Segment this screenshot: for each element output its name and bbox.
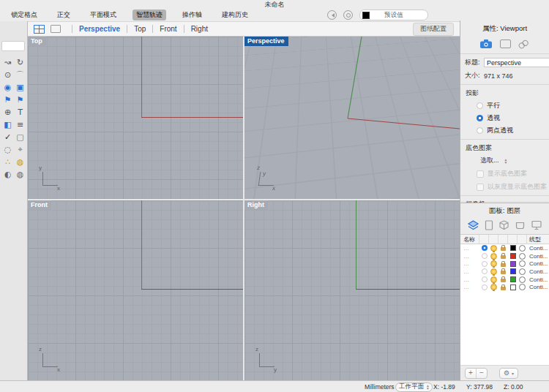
radio-selected-icon[interactable] <box>477 115 483 121</box>
arc-tool-icon[interactable]: ⌒ <box>14 69 26 81</box>
radio-two-point-perspective[interactable]: 两点透视 <box>477 126 549 135</box>
layer-linetype[interactable]: Conti... <box>527 268 549 275</box>
spotlight-tool-icon[interactable]: ⌖ <box>14 143 26 156</box>
bulb-tool-icon[interactable]: ◍ <box>14 156 26 168</box>
page-panel-icon[interactable] <box>485 220 493 230</box>
layer-row[interactable]: … Conti... <box>460 268 549 276</box>
layer-visibility-bulb-icon[interactable] <box>490 260 497 267</box>
display-panel-icon[interactable] <box>531 220 542 230</box>
current-column-header[interactable] <box>479 235 489 244</box>
radio-perspective[interactable]: 透视 <box>477 113 549 123</box>
layer-row[interactable]: … Conti... <box>460 244 549 252</box>
layer-linetype[interactable]: Conti... <box>527 284 549 290</box>
layer-visibility-bulb-icon[interactable] <box>490 284 497 290</box>
layer-name[interactable]: … <box>460 268 479 275</box>
box-tool-icon[interactable]: ▢ <box>14 131 26 143</box>
layer-options-button[interactable]: ⚙ ▾ <box>499 368 518 379</box>
four-viewports-icon[interactable] <box>34 25 45 34</box>
layer-row[interactable]: … Conti... <box>460 276 549 284</box>
viewport-right-label[interactable]: Right <box>244 200 268 210</box>
layer-material-icon[interactable] <box>519 260 526 267</box>
current-layer-radio[interactable] <box>482 268 488 274</box>
current-layer-radio[interactable] <box>482 261 488 267</box>
tray-panel-icon[interactable] <box>515 220 526 230</box>
tab-front[interactable]: Front <box>160 25 176 33</box>
check-tool-icon[interactable]: ✓ <box>1 131 14 143</box>
layer-lock-icon[interactable] <box>501 255 506 259</box>
current-layer-radio[interactable] <box>482 276 488 282</box>
sidebar-search-input[interactable] <box>1 41 25 51</box>
target-circle-icon[interactable] <box>343 10 353 20</box>
gumball-tool-icon[interactable]: ⊕ <box>1 106 14 118</box>
layer-lock-icon[interactable] <box>501 263 506 267</box>
points-tool-icon[interactable]: ∴ <box>1 156 14 168</box>
layer-linetype[interactable]: Conti... <box>527 253 549 260</box>
layer-visibility-bulb-icon[interactable] <box>490 276 497 283</box>
layer-material-icon[interactable] <box>519 253 526 260</box>
layer-name[interactable]: … <box>460 253 479 260</box>
layout-config-button[interactable]: 图纸配置 <box>413 23 454 36</box>
viewport-front-label[interactable]: Front <box>28 200 51 210</box>
toolbar-planar-button[interactable]: 平面模式 <box>86 10 120 20</box>
viewport-top-label[interactable]: Top <box>28 37 46 46</box>
radio-icon[interactable] <box>477 127 483 134</box>
layer-name[interactable]: … <box>460 284 479 290</box>
flag-tool-icon[interactable]: ⚑ <box>1 94 14 106</box>
layer-material-icon[interactable] <box>519 245 526 252</box>
viewport-top[interactable]: Top y x <box>28 37 243 199</box>
layer-lock-icon[interactable] <box>501 287 506 290</box>
remove-layer-button[interactable]: − <box>477 369 487 378</box>
toolbar-smarttrack-button[interactable]: 智慧轨迹 <box>132 10 166 20</box>
text-tool-icon[interactable]: T <box>14 106 26 118</box>
radio-icon[interactable] <box>477 102 483 109</box>
circle-tool-icon[interactable]: ⊙ <box>1 69 14 81</box>
current-layer-radio[interactable] <box>482 245 488 251</box>
wallpaper-select[interactable]: 选取... ▴▾ <box>480 156 549 165</box>
tab-perspective[interactable]: Perspective <box>79 25 120 33</box>
material-column-header[interactable] <box>518 235 527 244</box>
layer-name[interactable]: … <box>460 276 479 283</box>
layer-material-icon[interactable] <box>519 284 526 290</box>
toolbar-grid-snap-button[interactable]: 锁定格点 <box>7 10 41 20</box>
layer-linetype[interactable]: Conti... <box>527 260 549 267</box>
cube-panel-icon[interactable] <box>498 220 509 230</box>
layer-visibility-bulb-icon[interactable] <box>490 268 497 275</box>
name-column-header[interactable]: 名称 <box>460 235 479 244</box>
layer-material-icon[interactable] <box>519 276 526 283</box>
layer-visibility-bulb-icon[interactable] <box>490 253 497 260</box>
layer-color-swatch[interactable] <box>510 276 516 282</box>
visibility-column-header[interactable] <box>489 235 498 244</box>
link-icon[interactable] <box>517 37 531 50</box>
tab-top[interactable]: Top <box>134 25 146 33</box>
display-mode-icon[interactable] <box>500 39 511 48</box>
sphere-shaded-icon[interactable]: ◐ <box>1 168 14 181</box>
layers-panel-icon[interactable] <box>467 220 479 230</box>
rotate-icon[interactable]: ↻ <box>14 56 26 69</box>
layer-visibility-bulb-icon[interactable] <box>490 245 497 252</box>
layer-material-icon[interactable] <box>519 268 526 275</box>
viewport-right[interactable]: Right z y <box>244 200 460 380</box>
layer-color-swatch[interactable] <box>510 261 516 267</box>
preset-button[interactable]: 预设值 <box>359 10 428 20</box>
checkbox-icon[interactable] <box>477 170 484 178</box>
checkbox-show-wallpaper[interactable]: 显示底色图案 <box>477 169 549 178</box>
back-circle-icon[interactable] <box>327 10 337 20</box>
layer-row[interactable]: … Conti... <box>460 260 549 268</box>
add-layer-button[interactable]: + <box>466 369 477 378</box>
toolbar-gumball-button[interactable]: 操作轴 <box>179 10 206 20</box>
layer-name[interactable]: … <box>460 245 479 252</box>
checkbox-grayscale-wallpaper[interactable]: 以灰度显示底色图案 <box>477 182 549 192</box>
current-layer-radio[interactable] <box>482 253 488 259</box>
cplane-selector[interactable]: 工作平面 ▴▾ <box>395 382 433 392</box>
layer-row[interactable]: … Conti... <box>460 283 549 291</box>
camera-icon[interactable] <box>479 39 493 49</box>
viewport-perspective[interactable]: Perspective z y x <box>244 37 460 199</box>
solid-cube-icon[interactable]: ◧ <box>1 118 14 131</box>
curve-points-icon[interactable]: ↝ <box>1 56 14 69</box>
single-viewport-icon[interactable] <box>51 25 61 33</box>
sphere-grid-icon[interactable]: ◍ <box>14 168 26 181</box>
viewport-front[interactable]: Front z x <box>28 200 243 380</box>
viewport-title-input[interactable] <box>484 58 549 67</box>
color-column-header[interactable] <box>508 235 518 244</box>
layer-row[interactable]: … Conti... <box>460 252 549 260</box>
